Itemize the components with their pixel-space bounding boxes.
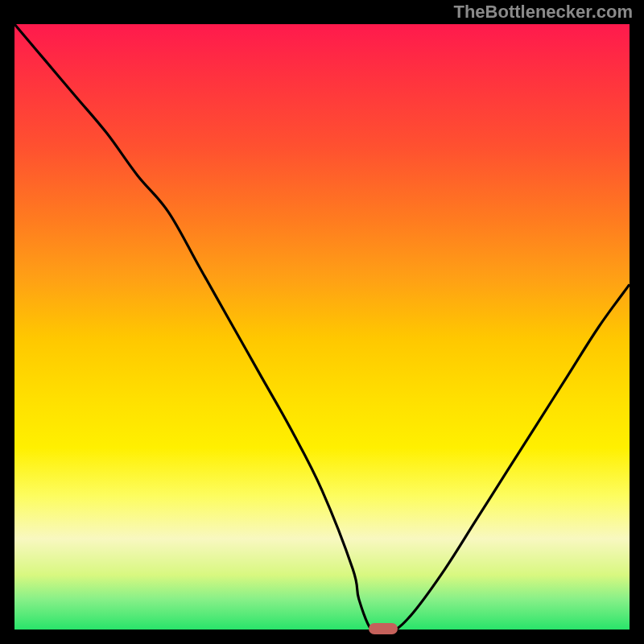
bottleneck-curve: [14, 24, 630, 630]
plot-area: [14, 24, 630, 630]
curve-path: [14, 24, 630, 632]
optimum-marker: [369, 623, 398, 634]
chart-frame: TheBottlenecker.com: [0, 0, 644, 644]
source-watermark: TheBottlenecker.com: [453, 2, 633, 23]
